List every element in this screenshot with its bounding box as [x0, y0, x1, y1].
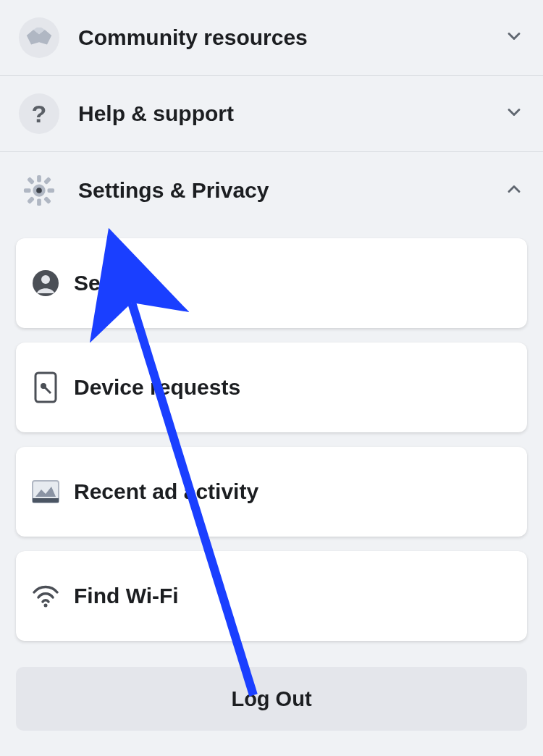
- menu-item-help-support[interactable]: ? Help & support: [0, 76, 543, 152]
- submenu-item-label: Recent ad activity: [74, 479, 258, 504]
- svg-rect-1: [37, 175, 41, 182]
- svg-rect-4: [48, 188, 55, 193]
- menu-item-community-resources[interactable]: Community resources: [0, 0, 543, 76]
- settings-privacy-submenu: Settings Device requests Recent ad activ…: [0, 228, 543, 641]
- svg-rect-3: [24, 188, 31, 193]
- svg-rect-2: [37, 198, 41, 206]
- ad-image-icon: [30, 476, 61, 507]
- svg-rect-16: [33, 498, 59, 503]
- submenu-item-label: Find Wi-Fi: [74, 584, 179, 608]
- menu-item-label: Community resources: [78, 25, 504, 50]
- chevron-down-icon: [504, 102, 524, 125]
- svg-point-11: [41, 275, 50, 284]
- submenu-item-device-requests[interactable]: Device requests: [16, 343, 527, 432]
- question-icon: ?: [19, 93, 59, 134]
- phone-key-icon: [30, 372, 61, 403]
- svg-line-14: [45, 387, 51, 393]
- submenu-item-label: Device requests: [74, 375, 240, 400]
- logout-label: Log Out: [231, 687, 311, 711]
- menu-item-settings-privacy[interactable]: Settings & Privacy: [0, 152, 543, 228]
- svg-rect-7: [27, 196, 35, 203]
- menu-item-label: Settings & Privacy: [78, 178, 504, 203]
- gear-icon: [19, 170, 59, 211]
- svg-rect-6: [43, 177, 51, 185]
- svg-rect-8: [43, 196, 51, 203]
- chevron-down-icon: [504, 26, 524, 49]
- svg-point-17: [44, 604, 48, 608]
- submenu-item-settings[interactable]: Settings: [16, 238, 527, 328]
- svg-rect-5: [27, 177, 35, 185]
- menu-item-label: Help & support: [78, 101, 504, 126]
- submenu-item-recent-ad-activity[interactable]: Recent ad activity: [16, 447, 527, 537]
- svg-point-9: [36, 188, 42, 193]
- person-circle-icon: [30, 268, 61, 298]
- chevron-up-icon: [504, 179, 524, 202]
- handshake-icon: [19, 17, 59, 58]
- submenu-item-find-wifi[interactable]: Find Wi-Fi: [16, 551, 527, 641]
- submenu-item-label: Settings: [74, 271, 159, 295]
- wifi-icon: [30, 581, 61, 611]
- logout-button[interactable]: Log Out: [16, 667, 527, 731]
